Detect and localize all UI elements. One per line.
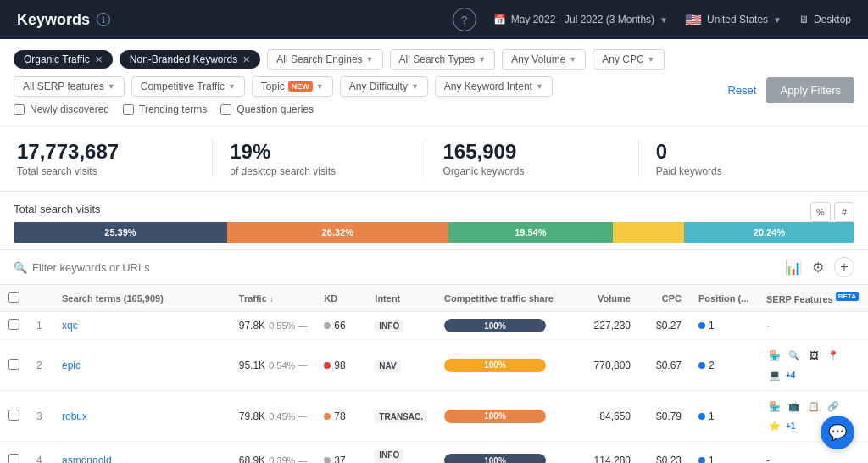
traffic-cell: 97.8K0.55%— — [231, 312, 316, 340]
help-icon[interactable]: ? — [453, 8, 476, 31]
difficulty-chevron-icon: ▼ — [411, 82, 419, 91]
intent-cell: NAV — [366, 340, 436, 391]
apply-filters-button[interactable]: Apply Filters — [766, 77, 854, 103]
position-cell: 1 — [690, 391, 758, 442]
percent-view-button[interactable]: % — [810, 202, 831, 222]
cpc-cell: $0.67 — [639, 340, 690, 391]
serp-more: +4 — [786, 371, 795, 380]
keyword-link[interactable]: xqc — [62, 320, 78, 332]
reset-button[interactable]: Reset — [728, 84, 757, 97]
table-row: 1xqc97.8K0.55%—66INFO100%227,230$0.271- — [0, 312, 868, 340]
traffic-sort-icon: ↓ — [270, 294, 274, 304]
comp-bar: 100% — [444, 454, 546, 463]
position-cell: 1 — [690, 442, 758, 464]
position-dot — [698, 413, 705, 420]
filters-row2: All SERP features ▼ Competitive Traffic … — [14, 76, 728, 97]
position-cell: 2 — [690, 340, 758, 391]
chart-controls: % # — [810, 202, 854, 222]
keyword-search-input[interactable] — [32, 261, 778, 274]
desktop-visits-value: 19% — [230, 140, 408, 164]
total-visits-value: 17,773,687 — [17, 140, 195, 164]
header-right: ? 📅 May 2022 - Jul 2022 (3 Months) ▼ 🇺🇸 … — [453, 8, 851, 31]
paid-keywords-value: 0 — [656, 140, 834, 164]
keyword-cell: epic — [53, 340, 231, 391]
search-types-dropdown[interactable]: All Search Types ▼ — [390, 49, 496, 70]
trending-terms-checkbox[interactable]: Trending terms — [123, 103, 207, 115]
chart-bar: 25.39%26.32%19.54%20.24% — [14, 222, 854, 243]
table-row: 3robux79.8K0.45%—78TRANSAC.100%84,650$0.… — [0, 391, 868, 442]
th-select-all[interactable] — [0, 285, 28, 312]
serp-features-dropdown[interactable]: All SERP features ▼ — [14, 76, 125, 97]
columns-settings-icon[interactable]: ⚙ — [812, 259, 824, 276]
chart-segment: 26.32% — [227, 222, 448, 243]
add-button[interactable]: + — [834, 257, 854, 277]
comp-bar: 100% — [444, 359, 546, 372]
serp-cell: 🏪🔍🖼📍💻+4 — [758, 340, 868, 391]
keyword-link[interactable]: epic — [62, 360, 81, 371]
kd-dot — [324, 457, 331, 463]
volume-dropdown[interactable]: Any Volume ▼ — [502, 49, 586, 70]
comp-traffic-cell: 100% — [436, 391, 571, 442]
th-cpc[interactable]: CPC — [639, 285, 690, 312]
row-num: 4 — [28, 442, 53, 464]
remove-non-branded-icon[interactable]: ✕ — [242, 54, 250, 65]
serp-feature-icon: 🏪 — [766, 398, 783, 415]
keyword-link[interactable]: asmongold — [62, 455, 112, 463]
desktop-icon: 🖥 — [798, 14, 809, 25]
organic-traffic-tag[interactable]: Organic Traffic ✕ — [14, 50, 113, 69]
filters-row3: Newly discovered Trending terms Question… — [14, 103, 854, 115]
filters-panel: Organic Traffic ✕ Non-Branded Keywords ✕… — [0, 39, 868, 126]
difficulty-dropdown[interactable]: Any Difficulty ▼ — [340, 76, 428, 97]
filters-row1: Organic Traffic ✕ Non-Branded Keywords ✕… — [14, 49, 854, 70]
calendar-icon: 📅 — [493, 14, 506, 25]
serp-feature-icon: 🏪 — [766, 347, 783, 364]
th-intent[interactable]: Intent — [366, 285, 436, 312]
kd-dot — [324, 322, 331, 329]
keyword-cell: asmongold — [53, 442, 231, 464]
info-icon[interactable]: ℹ — [97, 13, 110, 26]
country-selector[interactable]: 🇺🇸 United States ▼ — [685, 12, 782, 28]
comp-traffic-cell: 100% — [436, 340, 571, 391]
non-branded-tag[interactable]: Non-Branded Keywords ✕ — [120, 50, 260, 69]
volume-chevron-icon: ▼ — [569, 55, 576, 64]
header: Keywords ℹ ? 📅 May 2022 - Jul 2022 (3 Mo… — [0, 0, 868, 39]
serp-feature-icon: 🖼 — [805, 347, 822, 364]
question-queries-checkbox[interactable]: Question queries — [220, 103, 314, 115]
th-position[interactable]: Position (... — [690, 285, 758, 312]
chart-section: Total search visits % # 25.39%26.32%19.5… — [0, 192, 868, 250]
th-search-terms[interactable]: Search terms (165,909) — [53, 285, 231, 312]
hash-view-button[interactable]: # — [834, 202, 854, 222]
cpc-dropdown[interactable]: Any CPC ▼ — [593, 49, 664, 70]
chat-support-button[interactable]: 💬 — [821, 416, 854, 449]
comp-traffic-cell: 100% — [436, 312, 571, 340]
traffic-cell: 95.1K0.54%— — [231, 340, 316, 391]
th-comp-traffic[interactable]: Competitive traffic share — [436, 285, 571, 312]
th-num — [28, 285, 53, 312]
keyword-cell: robux — [53, 391, 231, 442]
traffic-cell: 68.9K0.39%— — [231, 442, 316, 464]
newly-discovered-checkbox[interactable]: Newly discovered — [14, 103, 109, 115]
main-content: Organic Traffic ✕ Non-Branded Keywords ✕… — [0, 39, 868, 463]
serp-feature-icon: 📍 — [825, 347, 842, 364]
total-visits-label: Total search visits — [17, 165, 195, 177]
th-serp-features[interactable]: SERP Features BETA — [758, 285, 868, 312]
trend-icon: — — [298, 411, 307, 421]
remove-organic-traffic-icon[interactable]: ✕ — [95, 54, 103, 65]
search-engines-dropdown[interactable]: All Search Engines ▼ — [267, 49, 382, 70]
comp-traffic-chevron-icon: ▼ — [228, 82, 236, 91]
keyword-link[interactable]: robux — [62, 410, 87, 422]
page-title: Keywords — [17, 11, 90, 29]
serp-cell: - — [758, 442, 868, 464]
organic-keywords-stat: 165,909 Organic keywords — [426, 140, 638, 177]
competitive-traffic-dropdown[interactable]: Competitive Traffic ▼ — [131, 76, 245, 97]
th-volume[interactable]: Volume — [571, 285, 639, 312]
row-num: 1 — [28, 312, 53, 340]
th-traffic[interactable]: Traffic ↓ — [231, 285, 316, 312]
chart-segment: 19.54% — [448, 222, 613, 243]
keyword-intent-dropdown[interactable]: Any Keyword Intent ▼ — [435, 76, 553, 97]
th-kd[interactable]: KD — [315, 285, 366, 312]
serp-more: +1 — [786, 421, 795, 431]
export-excel-icon[interactable]: 📊 — [785, 259, 802, 276]
topic-dropdown[interactable]: Topic NEW ▼ — [252, 76, 333, 97]
date-range[interactable]: 📅 May 2022 - Jul 2022 (3 Months) ▼ — [493, 14, 668, 25]
